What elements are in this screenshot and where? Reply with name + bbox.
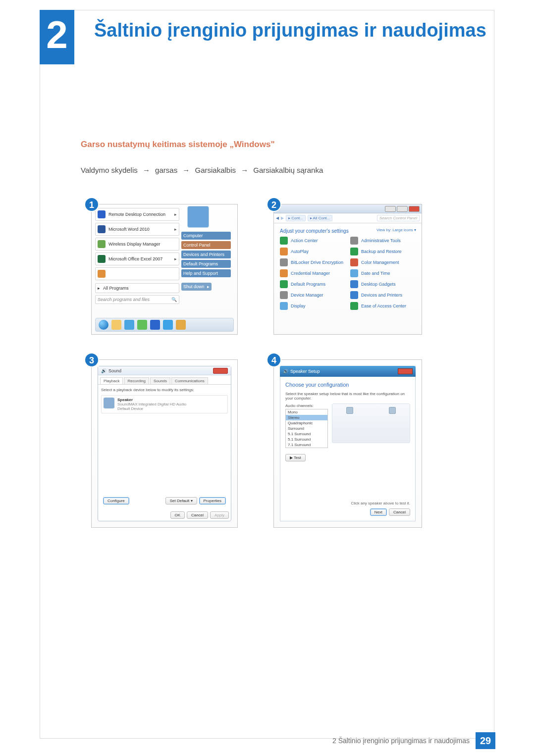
taskbar-icon[interactable] — [111, 320, 121, 330]
set-default-button[interactable]: Set Default ▾ — [165, 497, 197, 504]
excel-icon — [98, 255, 106, 263]
speaker-right-icon[interactable] — [389, 407, 396, 414]
tab-communications[interactable]: Communications — [171, 377, 208, 384]
cp-item-label: Action Center — [291, 238, 318, 243]
step-badge-1: 1 — [84, 197, 99, 212]
cancel-button[interactable]: Cancel — [389, 508, 410, 516]
path-step-1: Valdymo skydelis — [81, 166, 138, 174]
channel-option[interactable]: Surround — [286, 426, 327, 431]
access-icon — [350, 302, 358, 310]
cp-item-label: Administrative Tools — [361, 238, 401, 243]
path-step-3: Garsiakalbis — [195, 166, 236, 174]
wizard-heading: Choose your configuration — [285, 382, 410, 388]
user-avatar — [187, 206, 209, 228]
tab-recording[interactable]: Recording — [124, 377, 149, 384]
cp-item[interactable]: Credential Manager — [280, 269, 345, 277]
start-menu-item[interactable]: Wireless Display Manager — [95, 238, 179, 251]
configure-button[interactable]: Configure — [103, 497, 129, 504]
cp-item[interactable]: Date and Time — [350, 269, 416, 277]
breadcrumb[interactable]: ▸ All Cont... — [308, 215, 332, 221]
path-step-2: garsas — [155, 166, 177, 174]
maximize-icon[interactable] — [397, 206, 408, 212]
backup-icon — [350, 248, 358, 255]
speaker-layout-preview — [332, 403, 410, 443]
cp-item[interactable]: AutoPlay — [280, 248, 345, 255]
taskbar-icon[interactable] — [124, 320, 134, 330]
cp-item-label: Date and Time — [361, 271, 390, 276]
search-icon: 🔍 — [171, 297, 177, 302]
cp-item[interactable]: Desktop Gadgets — [350, 280, 416, 288]
screenshot-step-3: 3 🔊 Sound Playback Recording Sounds Comm… — [91, 359, 238, 528]
close-icon[interactable] — [398, 368, 413, 374]
channel-option[interactable]: Quadraphonic — [286, 420, 327, 426]
forward-icon[interactable]: ▶ — [281, 216, 284, 220]
start-right-link[interactable]: Default Programs — [181, 260, 231, 268]
next-button[interactable]: Next — [370, 508, 387, 516]
shutdown-button[interactable]: Shut down ▸ — [181, 283, 212, 291]
channel-option[interactable]: 7.1 Surround — [286, 442, 327, 448]
cp-search-input[interactable]: Search Control Panel — [377, 215, 420, 221]
playback-device-row[interactable]: Speaker SoundMAX Integrated Digital HD A… — [101, 395, 228, 413]
taskbar-icon[interactable] — [163, 320, 173, 330]
start-menu-label: Remote Desktop Connection — [108, 212, 165, 217]
autoplay-icon — [280, 248, 288, 255]
cp-item[interactable]: Color Management — [350, 258, 416, 266]
channel-option[interactable]: 5.1 Surround — [286, 437, 327, 442]
close-icon[interactable] — [213, 368, 228, 374]
start-right-link[interactable]: Devices and Printers — [181, 251, 231, 258]
address-bar[interactable]: ◀ ▶ ▸ Cont... ▸ All Cont... Search Contr… — [274, 213, 422, 223]
gadgets-icon — [350, 280, 358, 288]
start-menu-item[interactable]: Microsoft Word 2010▸ — [95, 223, 179, 236]
cp-item-label: Device Manager — [291, 293, 323, 298]
start-right-link[interactable]: Help and Support — [181, 269, 231, 277]
cp-item[interactable]: Device Manager — [280, 291, 345, 299]
cp-item-label: Devices and Printers — [361, 293, 402, 298]
cp-item[interactable]: Administrative Tools — [350, 237, 416, 245]
printer-icon — [350, 291, 358, 299]
tab-playback[interactable]: Playback — [100, 377, 123, 384]
back-icon[interactable]: ◀ — [276, 216, 279, 220]
view-by-dropdown[interactable]: View by: Large icons ▾ — [376, 228, 416, 232]
cp-item[interactable]: Default Programs — [280, 280, 345, 288]
start-menu-label — [108, 271, 110, 276]
cp-item[interactable]: Backup and Restore — [350, 248, 416, 255]
all-programs-button[interactable]: ▸All Programs — [95, 283, 179, 293]
properties-button[interactable]: Properties — [199, 497, 226, 504]
cp-item[interactable]: Display — [280, 302, 345, 310]
speaker-left-icon[interactable] — [346, 407, 353, 414]
breadcrumb[interactable]: ▸ Cont... — [286, 215, 306, 221]
close-icon[interactable] — [409, 206, 420, 212]
cp-item[interactable]: Action Center — [280, 237, 345, 245]
start-right-link[interactable]: Computer — [181, 232, 231, 240]
control-panel-link[interactable]: Control Panel — [181, 241, 231, 249]
cp-item[interactable]: Devices and Printers — [350, 291, 416, 299]
lock-icon — [280, 258, 288, 266]
dialog-title: Sound — [108, 368, 121, 373]
cp-item[interactable]: BitLocker Drive Encryption — [280, 258, 345, 266]
arrow-icon: → — [182, 166, 190, 174]
chapter-title: Šaltinio įrenginio prijungimas ir naudoj… — [94, 20, 486, 41]
start-menu-item[interactable] — [95, 267, 179, 280]
cp-item-label: Credential Manager — [291, 271, 330, 276]
apply-button[interactable]: Apply — [210, 511, 229, 519]
ok-button[interactable]: OK — [170, 511, 185, 519]
channels-listbox[interactable]: Mono Stereo Quadraphonic Surround 5.1 Su… — [285, 409, 328, 448]
start-orb-icon[interactable] — [99, 320, 108, 330]
cancel-button[interactable]: Cancel — [187, 511, 208, 519]
start-menu-item[interactable]: Microsoft Office Excel 2007▸ — [95, 252, 179, 265]
taskbar-icon[interactable] — [176, 320, 186, 330]
test-button[interactable]: ▶ Test — [285, 454, 306, 461]
cp-item-label: Desktop Gadgets — [361, 282, 396, 287]
channel-option[interactable]: 5.1 Surround — [286, 431, 327, 437]
minimize-icon[interactable] — [385, 206, 396, 212]
tab-sounds[interactable]: Sounds — [150, 377, 170, 384]
channel-option-selected[interactable]: Stereo — [286, 415, 327, 420]
channel-option[interactable]: Mono — [286, 409, 327, 415]
taskbar-icon[interactable] — [137, 320, 147, 330]
start-search-input[interactable]: Search programs and files🔍 — [95, 295, 179, 304]
display-icon — [280, 302, 288, 310]
wdm-icon — [98, 240, 106, 248]
taskbar-icon[interactable] — [150, 320, 160, 330]
cp-item[interactable]: Ease of Access Center — [350, 302, 416, 310]
start-menu-item[interactable]: Remote Desktop Connection▸ — [95, 208, 179, 221]
